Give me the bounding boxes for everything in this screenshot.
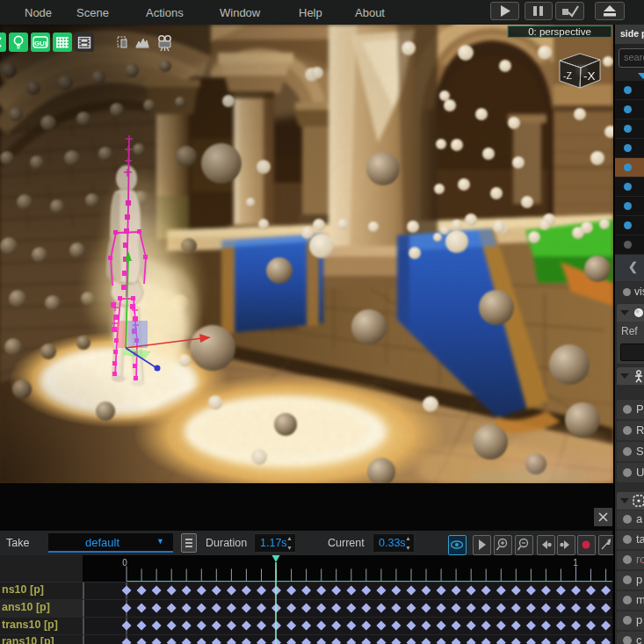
svg-text:-Z: -Z: [563, 70, 572, 81]
svg-text:0: perspective: 0: perspective: [528, 26, 591, 37]
svg-text:1: 1: [573, 558, 578, 568]
svg-text:0: 0: [122, 558, 127, 568]
svg-text:GUI: GUI: [34, 40, 47, 47]
svg-text:-X: -X: [583, 69, 596, 83]
